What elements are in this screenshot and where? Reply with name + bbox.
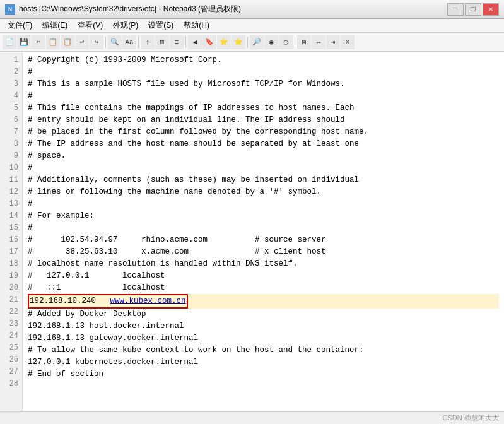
menu-item-V[interactable]: 查看(V) bbox=[73, 19, 108, 32]
line-number-7: 7 bbox=[3, 126, 18, 138]
ip-address: 192.168.10.240 bbox=[30, 297, 110, 305]
code-content[interactable]: # Copyright (c) 1993-2009 Microsoft Corp… bbox=[23, 52, 504, 411]
menu-bar: 文件(F)编辑(E)查看(V)外观(P)设置(S)帮助(H) bbox=[0, 19, 504, 33]
code-line-19: # localhost name resolution is handled w… bbox=[28, 258, 499, 270]
toolbar-btn-21[interactable]: ◉ bbox=[264, 35, 278, 49]
code-line-14: # For example: bbox=[28, 210, 499, 222]
code-line-21: # ::1 localhost bbox=[28, 282, 499, 294]
line-number-15: 15 bbox=[3, 222, 18, 234]
code-line-9: # space. bbox=[28, 150, 499, 162]
url-link[interactable]: www.kubex.com.cn bbox=[110, 297, 186, 305]
line-number-22: 22 bbox=[3, 306, 18, 318]
toolbar-btn-11[interactable]: ↕ bbox=[141, 35, 155, 49]
line-numbers: 1234567891011121314151617181920212223242… bbox=[0, 52, 23, 411]
line-number-19: 19 bbox=[3, 270, 18, 282]
line-number-4: 4 bbox=[3, 90, 18, 102]
code-line-12: # lines or following the machine name de… bbox=[28, 186, 499, 198]
code-line-10: # bbox=[28, 162, 499, 174]
line-number-26: 26 bbox=[3, 354, 18, 366]
line-number-16: 16 bbox=[3, 234, 18, 246]
toolbar-btn-2[interactable]: ✂ bbox=[32, 35, 45, 49]
toolbar-btn-8[interactable]: 🔍 bbox=[108, 35, 122, 49]
toolbar-btn-15[interactable]: ◀ bbox=[188, 35, 202, 49]
close-button[interactable]: ✕ bbox=[483, 3, 499, 16]
toolbar-btn-12[interactable]: ⊞ bbox=[155, 35, 169, 49]
toolbar-btn-20[interactable]: 🔎 bbox=[250, 35, 264, 49]
toolbar-separator bbox=[185, 37, 186, 48]
line-number-6: 6 bbox=[3, 114, 18, 126]
toolbar-btn-24[interactable]: ⊠ bbox=[297, 35, 311, 49]
highlight-box-wrapper: 192.168.10.240 www.kubex.com.cn bbox=[28, 294, 188, 309]
line-number-2: 2 bbox=[3, 66, 18, 78]
line-number-8: 8 bbox=[3, 138, 18, 150]
code-line-26: # To allow the same kube context to work… bbox=[28, 344, 499, 356]
minimize-button[interactable]: — bbox=[447, 3, 464, 16]
code-line-23: # Added by Docker Desktop bbox=[28, 309, 499, 321]
toolbar-btn-18[interactable]: ⭐ bbox=[231, 35, 245, 49]
line-number-11: 11 bbox=[3, 174, 18, 186]
code-line-17: # 38.25.63.10 x.acme.com # x client host bbox=[28, 246, 499, 258]
line-number-3: 3 bbox=[3, 78, 18, 90]
toolbar-separator bbox=[138, 37, 139, 48]
code-line-28: # End of section bbox=[28, 368, 499, 380]
code-line-5: # This file contains the mappings of IP … bbox=[28, 102, 499, 114]
toolbar-btn-16[interactable]: 🔖 bbox=[202, 35, 216, 49]
line-number-20: 20 bbox=[3, 282, 18, 294]
code-line-25: 192.168.1.13 gateway.docker.internal bbox=[28, 333, 499, 344]
line-number-17: 17 bbox=[3, 246, 18, 258]
line-number-28: 28 bbox=[3, 378, 18, 390]
toolbar-btn-1[interactable]: 💾 bbox=[17, 35, 31, 49]
code-line-7: # be placed in the first column followed… bbox=[28, 126, 499, 138]
toolbar-btn-9[interactable]: Aa bbox=[122, 35, 136, 49]
line-number-27: 27 bbox=[3, 366, 18, 378]
code-line-24: 192.168.1.13 host.docker.internal bbox=[28, 321, 499, 333]
code-line-2: # bbox=[28, 66, 499, 78]
line-number-5: 5 bbox=[3, 102, 18, 114]
title-bar-left: N hosts [C:\Windows\System32\drivers\etc… bbox=[5, 4, 241, 15]
toolbar-btn-6[interactable]: ↪ bbox=[90, 35, 103, 49]
line-number-12: 12 bbox=[3, 186, 18, 198]
menu-item-F[interactable]: 文件(F) bbox=[3, 19, 37, 32]
toolbar-btn-26[interactable]: ⇥ bbox=[326, 35, 340, 49]
code-line-8: # The IP address and the host name shoul… bbox=[28, 138, 499, 150]
line-number-23: 23 bbox=[3, 318, 18, 330]
code-line-27: 127.0.0.1 kubernetes.docker.internal bbox=[28, 356, 499, 368]
app-icon: N bbox=[5, 4, 15, 15]
title-bar: N hosts [C:\Windows\System32\drivers\etc… bbox=[0, 0, 504, 19]
toolbar-separator bbox=[247, 37, 248, 48]
toolbar-btn-25[interactable]: ↔ bbox=[312, 35, 325, 49]
toolbar-btn-0[interactable]: 📄 bbox=[3, 35, 16, 49]
code-line-20: # 127.0.0.1 localhost bbox=[28, 270, 499, 282]
toolbar-separator bbox=[105, 37, 106, 48]
maximize-button[interactable]: □ bbox=[465, 3, 481, 16]
code-line-13: # bbox=[28, 198, 499, 210]
line-number-13: 13 bbox=[3, 198, 18, 210]
code-line-4: # bbox=[28, 90, 499, 102]
toolbar-btn-17[interactable]: ⭐ bbox=[217, 35, 231, 49]
line-number-25: 25 bbox=[3, 342, 18, 354]
toolbar-btn-5[interactable]: ↩ bbox=[75, 35, 89, 49]
line-number-14: 14 bbox=[3, 210, 18, 222]
window-title: hosts [C:\Windows\System32\drivers\etc] … bbox=[19, 4, 241, 15]
editor-area: 1234567891011121314151617181920212223242… bbox=[0, 52, 504, 411]
menu-item-E[interactable]: 编辑(E) bbox=[37, 19, 73, 32]
toolbar-btn-22[interactable]: ◯ bbox=[279, 35, 293, 49]
status-bar: CSDN @慧闲大大 bbox=[0, 411, 504, 424]
code-line-1: # Copyright (c) 1993-2009 Microsoft Corp… bbox=[28, 54, 499, 66]
toolbar-btn-27[interactable]: × bbox=[341, 35, 355, 49]
code-line-22: 192.168.10.240 www.kubex.com.cn bbox=[28, 294, 499, 309]
toolbar-btn-13[interactable]: ≡ bbox=[170, 35, 184, 49]
code-line-16: # 102.54.94.97 rhino.acme.com # source s… bbox=[28, 234, 499, 246]
line-number-10: 10 bbox=[3, 162, 18, 174]
menu-item-P[interactable]: 外观(P) bbox=[108, 19, 143, 32]
line-number-18: 18 bbox=[3, 258, 18, 270]
menu-item-H[interactable]: 帮助(H) bbox=[179, 19, 214, 32]
toolbar-btn-4[interactable]: 📋 bbox=[61, 35, 74, 49]
menu-item-S[interactable]: 设置(S) bbox=[143, 19, 179, 32]
line-number-24: 24 bbox=[3, 330, 18, 342]
line-number-1: 1 bbox=[3, 54, 18, 66]
code-line-3: # This is a sample HOSTS file used by Mi… bbox=[28, 78, 499, 90]
toolbar: 📄💾✂📋📋↩↪🔍Aa↕⊞≡◀🔖⭐⭐🔎◉◯⊠↔⇥× bbox=[0, 33, 504, 52]
toolbar-btn-3[interactable]: 📋 bbox=[46, 35, 60, 49]
toolbar-separator bbox=[295, 37, 295, 48]
